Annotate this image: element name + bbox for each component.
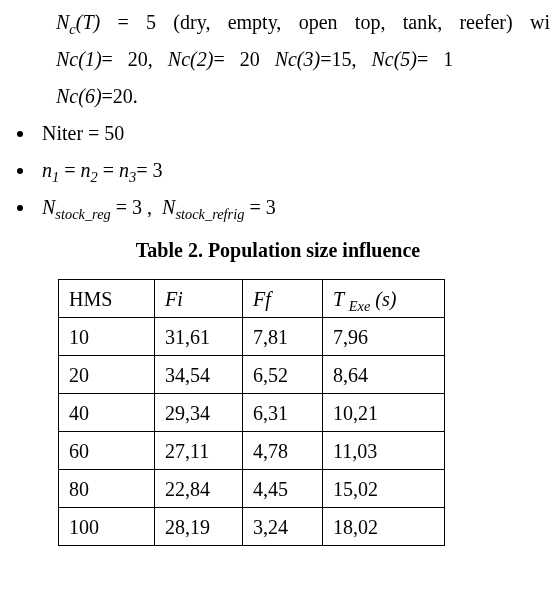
table-cell-fi: 22,84: [155, 470, 243, 508]
col-header-ff: Ff: [243, 280, 323, 318]
table-cell-t: 11,03: [323, 432, 445, 470]
table-row: 10028,193,2418,02: [59, 508, 445, 546]
table-cell-t: 7,96: [323, 318, 445, 356]
list-item: Nstock_reg = 3 , Nstock_refrig = 3: [36, 189, 550, 226]
table-row: 8022,844,4515,02: [59, 470, 445, 508]
table-cell-hms: 10: [59, 318, 155, 356]
list-item: n1 = n2 = n3= 3: [36, 152, 550, 189]
table-cell-fi: 28,19: [155, 508, 243, 546]
param-niter: Niter = 50: [42, 122, 124, 144]
population-size-table: HMS Fi Ff T Exe (s) 1031,617,817,962034,…: [58, 279, 445, 546]
table-cell-t: 10,21: [323, 394, 445, 432]
list-item: Niter = 50: [36, 115, 550, 152]
col-header-fi: Fi: [155, 280, 243, 318]
table-cell-ff: 4,78: [243, 432, 323, 470]
table-header-row: HMS Fi Ff T Exe (s): [59, 280, 445, 318]
table-cell-ff: 7,81: [243, 318, 323, 356]
table-caption: Table 2. Population size influence: [6, 232, 550, 269]
table-cell-t: 8,64: [323, 356, 445, 394]
table-cell-fi: 31,61: [155, 318, 243, 356]
table-row: 1031,617,817,96: [59, 318, 445, 356]
parameters-list: Niter = 50 n1 = n2 = n3= 3 Nstock_reg = …: [6, 115, 550, 226]
table-cell-ff: 6,31: [243, 394, 323, 432]
table-row: 2034,546,528,64: [59, 356, 445, 394]
table-body: 1031,617,817,962034,546,528,644029,346,3…: [59, 318, 445, 546]
table-cell-hms: 20: [59, 356, 155, 394]
table-cell-ff: 3,24: [243, 508, 323, 546]
table-cell-fi: 34,54: [155, 356, 243, 394]
table-cell-hms: 80: [59, 470, 155, 508]
table-cell-ff: 6,52: [243, 356, 323, 394]
continuation-line-1: Nc(T) = 5 (dry, empty, open top, tank, r…: [56, 4, 550, 41]
table-cell-fi: 29,34: [155, 394, 243, 432]
col-header-texe: T Exe (s): [323, 280, 445, 318]
table-cell-hms: 60: [59, 432, 155, 470]
table-cell-fi: 27,11: [155, 432, 243, 470]
table-cell-t: 18,02: [323, 508, 445, 546]
continuation-line-2: Nc(1)= 20, Nc(2)= 20 Nc(3)=15, Nc(5)= 1: [56, 41, 550, 78]
table-cell-t: 15,02: [323, 470, 445, 508]
table-cell-hms: 40: [59, 394, 155, 432]
param-nstock: Nstock_reg = 3 , Nstock_refrig = 3: [42, 196, 276, 218]
page-excerpt: Nc(T) = 5 (dry, empty, open top, tank, r…: [0, 0, 556, 546]
table-cell-ff: 4,45: [243, 470, 323, 508]
table-row: 6027,114,7811,03: [59, 432, 445, 470]
table-row: 4029,346,3110,21: [59, 394, 445, 432]
table-cell-hms: 100: [59, 508, 155, 546]
continuation-line-3: Nc(6)=20.: [56, 78, 550, 115]
col-header-hms: HMS: [59, 280, 155, 318]
param-n123: n1 = n2 = n3= 3: [42, 159, 162, 181]
